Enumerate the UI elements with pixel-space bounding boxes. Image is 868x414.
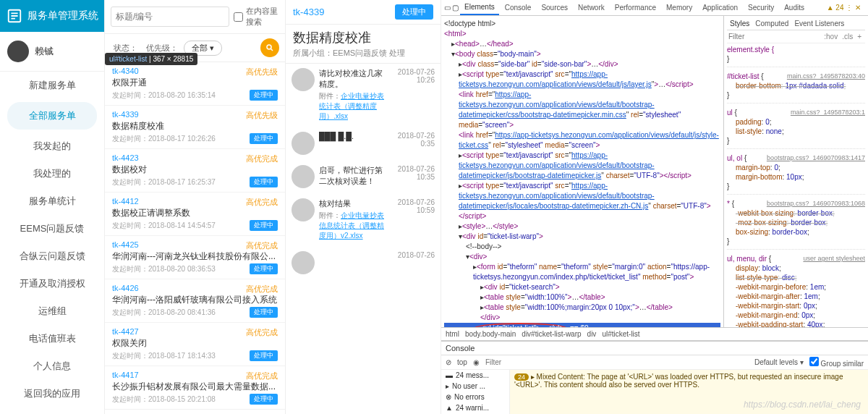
nav-item[interactable]: 电话值班表	[0, 325, 104, 352]
styles-tab[interactable]: Styles	[730, 19, 749, 28]
user-row[interactable]: 赖铖	[0, 32, 104, 72]
console-filter-item[interactable]: ▬ 24 mess...	[441, 370, 509, 381]
ticket-list[interactable]: tk-4340权限开通发起时间：2018-08-20 16:35:14高优先级处…	[105, 62, 285, 414]
console-context[interactable]: top	[457, 358, 467, 366]
search-input[interactable]	[111, 7, 229, 27]
ticket-item[interactable]: tk-4417长沙振升铝材发展有限公司最大需量数据...发起时间：2018-08…	[105, 366, 285, 410]
warnings-badge[interactable]: ▲ 24 ⋮ ✕	[827, 4, 865, 12]
styles-tab[interactable]: Computed	[755, 19, 788, 28]
devtools-tab[interactable]: Audits	[780, 1, 809, 14]
crumb[interactable]: div	[587, 330, 597, 338]
filter-row: 状态： 优先级： 全部 ▾ ul#ticket-list | 367 × 288…	[105, 34, 285, 62]
nav-item[interactable]: 我处理的	[0, 160, 104, 187]
messages: 请比对校准这几家精度。附件：企业电量抄表统计表（调整精度用）.xlsx2018-…	[286, 64, 441, 414]
nav: 新建服务单全部服务单我发起的我处理的服务单统计EEMS问题反馈合纵云问题反馈开通…	[0, 72, 104, 407]
message: 请比对校准这几家精度。附件：企业电量抄表统计表（调整精度用）.xlsx2018-…	[292, 68, 435, 122]
style-filter[interactable]	[728, 33, 822, 41]
console-sidebar[interactable]: ▬ 24 mess...▸ No user ...⊗ No errors▲ 24…	[441, 370, 510, 414]
message: ███ █.█.2018-07-260:35	[292, 132, 435, 155]
dom-breadcrumbs[interactable]: htmlbody.body-maindiv#ticket-list-warpdi…	[441, 327, 868, 340]
brand-bar: 服务单管理系统	[0, 0, 104, 32]
detail-title: 数据精度校准	[286, 25, 441, 48]
inspect-tooltip: ul#ticket-list | 367 × 28815	[105, 53, 197, 65]
sidebar: 服务单管理系统 赖铖 新建服务单全部服务单我发起的我处理的服务单统计EEMS问题…	[0, 0, 105, 414]
nav-item[interactable]: 运维组	[0, 297, 104, 325]
username: 赖铖	[35, 45, 54, 58]
styles-tab[interactable]: Event Listeners	[794, 19, 844, 28]
inspect-icon[interactable]: ▭	[444, 4, 451, 12]
crumb[interactable]: ul#ticket-list	[602, 330, 639, 338]
ticket-item[interactable]: tk-4427权限关闭发起时间：2018-08-17 18:14:33高优完成处…	[105, 323, 285, 366]
brand-icon	[6, 7, 23, 25]
crumb[interactable]: html	[446, 330, 459, 338]
watermark: https://blog.csdn.net/lai_cheng	[744, 400, 861, 410]
devtools-tab[interactable]: Console	[501, 1, 536, 14]
eye-icon[interactable]: ◉	[473, 358, 480, 366]
ticket-item[interactable]: tk-4340权限开通发起时间：2018-08-20 16:35:14高优先级处…	[105, 62, 285, 106]
group-similar[interactable]: Group similar	[809, 357, 864, 368]
ticket-item[interactable]: tk-4415权限检查发起时间：2018-08-15 10:00:49高优完成处…	[105, 410, 285, 414]
ticket-detail-panel: tk-4339 处理中 数据精度校准 所属小组：EEMS问题反馈 处理 请比对校…	[286, 0, 441, 414]
nav-item[interactable]: 个人信息	[0, 352, 104, 380]
console-filter-item[interactable]: ▲ 24 warni...	[441, 402, 509, 413]
devtools-tab[interactable]: Elements	[460, 0, 499, 15]
search-button[interactable]	[260, 38, 279, 57]
ticket-list-panel: 在内容里搜索 状态： 优先级： 全部 ▾ ul#ticket-list | 36…	[105, 0, 286, 414]
brand-title: 服务单管理系统	[27, 9, 98, 22]
console-filter-item[interactable]: ▸ No user ...	[441, 381, 509, 392]
detail-id: tk-4339	[293, 7, 324, 17]
ticket-item[interactable]: tk-4426华润河南---洛阳威钎玻璃有限公司接入系统发起时间：2018-08…	[105, 279, 285, 323]
console-filter[interactable]	[485, 358, 749, 366]
nav-item[interactable]: 合纵云问题反馈	[0, 242, 104, 270]
detail-sub: 所属小组：EEMS问题反馈 处理	[286, 48, 441, 64]
search-in-content[interactable]: 在内容里搜索	[234, 6, 279, 28]
nav-item[interactable]: 全部服务单	[7, 102, 97, 130]
nav-item[interactable]: 返回我的应用	[0, 380, 104, 407]
message: 核对结果附件：企业电量抄表信息统计表（调整精度用）v2.xlsx2018-07-…	[292, 198, 435, 241]
nav-item[interactable]: 我发起的	[0, 132, 104, 160]
nav-item[interactable]: EEMS问题反馈	[0, 215, 104, 242]
detail-status-badge[interactable]: 处理中	[395, 4, 433, 20]
search-row: 在内容里搜索	[105, 0, 285, 34]
devtools-tab[interactable]: Performance	[610, 1, 660, 14]
nav-item[interactable]: 服务单统计	[0, 187, 104, 215]
console-title: Console	[441, 342, 868, 355]
devtools-tab[interactable]: Network	[574, 1, 609, 14]
devtools-tab[interactable]: Memory	[662, 1, 697, 14]
message: 启哥，帮忙进行第二次核对误差！2018-07-2610:35	[292, 165, 435, 188]
nav-item[interactable]: 新建服务单	[0, 72, 104, 99]
message: 2018-07-26	[292, 251, 435, 274]
devtools-tab[interactable]: Application	[698, 1, 742, 14]
crumb[interactable]: body.body-main	[465, 330, 516, 338]
log-levels[interactable]: Default levels ▾	[754, 358, 804, 366]
console-filter-item[interactable]: ⊗ No errors	[441, 392, 509, 402]
device-icon[interactable]: ▢	[452, 4, 459, 12]
ticket-item[interactable]: tk-4423数据校对发起时间：2018-08-17 16:25:37高优完成处…	[105, 149, 285, 193]
devtools: ▭ ▢ ElementsConsoleSourcesNetworkPerform…	[441, 0, 868, 414]
ticket-item[interactable]: tk-4412数据校正请调整系数发起时间：2018-08-14 14:54:57…	[105, 193, 285, 236]
ticket-item[interactable]: tk-4339数据精度校准发起时间：2018-08-17 10:26:26高优先…	[105, 106, 285, 149]
ticket-item[interactable]: tk-4425华润河南---河南龙兴钛业科技股份有限公...发起时间：2018-…	[105, 236, 285, 279]
devtools-tab[interactable]: Sources	[537, 1, 572, 14]
nav-item[interactable]: 开通及取消授权	[0, 270, 104, 297]
avatar	[7, 41, 29, 62]
devtools-tabs: ▭ ▢ ElementsConsoleSourcesNetworkPerform…	[441, 0, 868, 16]
dom-tree[interactable]: <!doctype html> <html> ▸<head>…</head> ▾…	[441, 16, 723, 327]
svg-point-1	[267, 45, 271, 49]
styles-panel[interactable]: StylesComputedEvent Listeners :hov.cls+ …	[723, 16, 868, 327]
crumb[interactable]: div#ticket-list-warp	[522, 330, 581, 338]
devtools-tab[interactable]: Security	[744, 1, 778, 14]
clear-console-icon[interactable]: ⊘	[446, 358, 451, 366]
